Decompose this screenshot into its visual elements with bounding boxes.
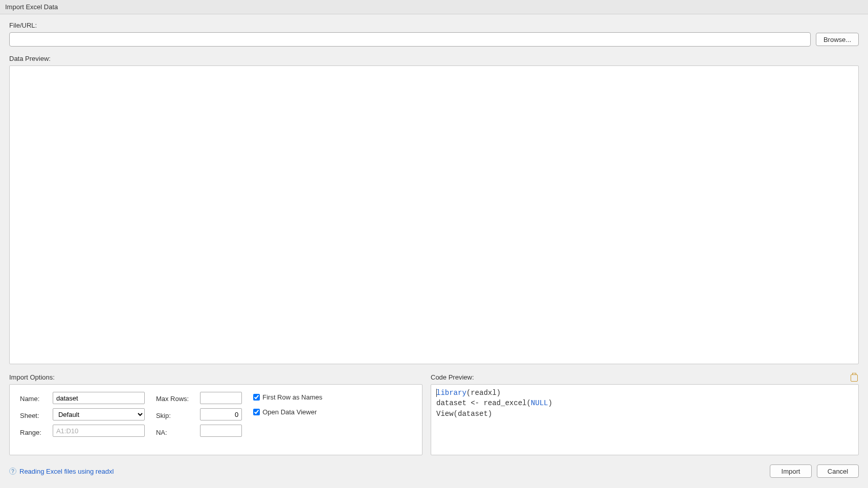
skip-label: Skip: (156, 412, 189, 422)
sheet-select[interactable]: Default (53, 408, 145, 420)
open-viewer-checkbox[interactable] (253, 409, 260, 415)
file-url-row: Browse... (9, 32, 859, 47)
code-token-null: NULL (531, 399, 548, 407)
import-options-box: Name: Sheet: Range: Default (9, 384, 422, 455)
data-preview-label: Data Preview: (9, 55, 859, 62)
range-input[interactable] (53, 425, 145, 437)
range-label: Range: (20, 429, 41, 438)
first-row-checkbox-row: First Row as Names (253, 393, 322, 401)
options-col1-fields: Default (53, 392, 145, 438)
dialog-footer: ? Reading Excel files using readxl Impor… (0, 461, 868, 488)
first-row-checkbox-label: First Row as Names (262, 393, 322, 401)
clipboard-icon[interactable] (851, 374, 858, 382)
name-input[interactable] (53, 392, 145, 404)
open-viewer-checkbox-label: Open Data Viewer (262, 408, 317, 416)
data-preview-box (9, 65, 859, 364)
options-col2-fields (200, 392, 242, 438)
code-token-assign: dataset <- read_excel( (436, 399, 531, 407)
na-label: NA: (156, 429, 189, 438)
file-url-label: File/URL: (9, 21, 859, 29)
options-col1-labels: Name: Sheet: Range: (20, 392, 41, 438)
browse-button[interactable]: Browse... (816, 33, 859, 46)
footer-buttons: Import Cancel (770, 464, 859, 478)
help-link-row: ? Reading Excel files using readxl (9, 468, 114, 475)
help-icon: ? (9, 468, 16, 475)
dialog-content: File/URL: Browse... Data Preview: Import… (0, 14, 868, 461)
code-token-close: ) (548, 399, 552, 407)
import-options-panel: Import Options: Name: Sheet: Range: Defa… (9, 373, 422, 455)
name-label: Name: (20, 395, 41, 405)
help-link[interactable]: Reading Excel files using readxl (19, 468, 114, 475)
code-token-library: library (436, 389, 466, 397)
import-excel-dialog: Import Excel Data File/URL: Browse... Da… (0, 0, 868, 488)
checkbox-col: First Row as Names Open Data Viewer (253, 392, 322, 438)
first-row-checkbox[interactable] (253, 394, 260, 401)
dialog-title: Import Excel Data (0, 0, 868, 14)
maxrows-label: Max Rows: (156, 395, 189, 405)
import-button[interactable]: Import (770, 464, 812, 478)
options-col2-labels: Max Rows: Skip: NA: (156, 392, 189, 438)
code-preview-panel: Code Preview: library(readxl) dataset <-… (431, 373, 859, 455)
cancel-button[interactable]: Cancel (817, 464, 859, 478)
skip-input[interactable] (200, 408, 242, 420)
code-token-readxl: (readxl) (466, 389, 501, 397)
code-preview-box[interactable]: library(readxl) dataset <- read_excel(NU… (431, 384, 859, 455)
sheet-label: Sheet: (20, 412, 41, 422)
code-token-view: View(dataset) (436, 410, 492, 418)
code-preview-label: Code Preview: (431, 373, 474, 381)
open-viewer-checkbox-row: Open Data Viewer (253, 408, 322, 416)
bottom-panels: Import Options: Name: Sheet: Range: Defa… (9, 373, 859, 455)
file-url-input[interactable] (9, 32, 811, 47)
na-input[interactable] (200, 425, 242, 437)
maxrows-input[interactable] (200, 392, 242, 404)
import-options-label: Import Options: (9, 373, 422, 381)
